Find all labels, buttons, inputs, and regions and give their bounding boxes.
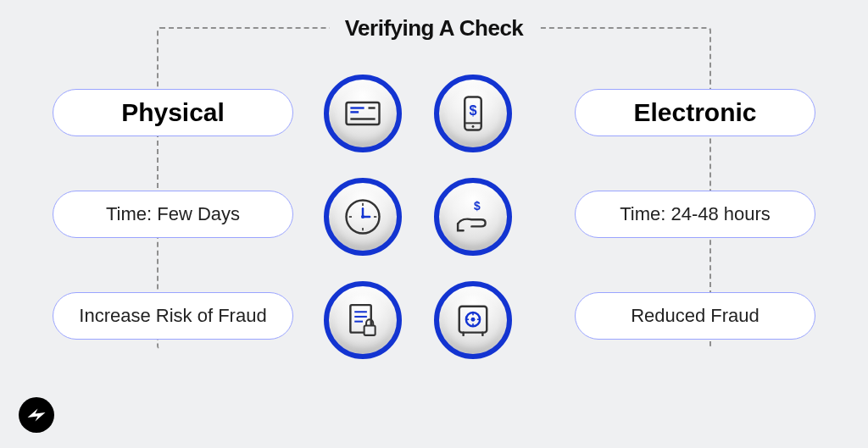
electronic-time-label: Time: 24-48 hours <box>620 203 771 225</box>
svg-point-20 <box>472 125 475 128</box>
phone-dollar-icon: $ <box>434 75 512 152</box>
safe-icon <box>434 281 512 359</box>
diagram-title: Verifying A Check <box>330 15 539 41</box>
physical-header-label: Physical <box>121 98 225 127</box>
svg-rect-17 <box>364 326 376 335</box>
electronic-header-label: Electronic <box>633 98 756 127</box>
left-icon-column <box>324 75 402 359</box>
hand-dollar-icon: $ <box>434 178 512 256</box>
electronic-fraud-pill: Reduced Fraud <box>575 292 815 340</box>
svg-point-12 <box>361 215 364 218</box>
clock-icon <box>324 178 402 256</box>
electronic-header-pill: Electronic <box>575 89 815 136</box>
svg-rect-0 <box>347 102 380 124</box>
right-icon-column: $ $ <box>434 75 512 359</box>
document-lock-icon <box>324 281 402 359</box>
physical-fraud-pill: Increase Risk of Fraud <box>53 292 293 340</box>
physical-time-label: Time: Few Days <box>106 203 240 225</box>
physical-time-pill: Time: Few Days <box>53 191 293 238</box>
electronic-fraud-label: Reduced Fraud <box>631 305 760 327</box>
electronic-time-pill: Time: 24-48 hours <box>575 191 815 238</box>
brand-logo-icon <box>19 397 54 433</box>
svg-text:$: $ <box>474 199 481 213</box>
check-card-icon <box>324 75 402 152</box>
physical-header-pill: Physical <box>53 89 293 136</box>
physical-fraud-label: Increase Risk of Fraud <box>79 305 266 327</box>
svg-point-25 <box>471 318 476 322</box>
svg-text:$: $ <box>469 102 476 118</box>
